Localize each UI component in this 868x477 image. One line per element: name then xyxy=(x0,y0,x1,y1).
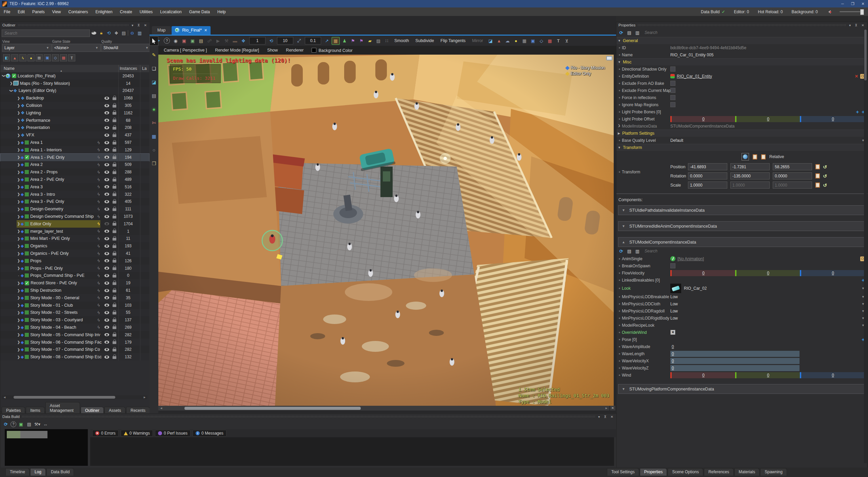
lightning-icon[interactable]: ϟ xyxy=(96,236,101,241)
lock-icon[interactable] xyxy=(113,193,116,196)
copy-row-icon[interactable] xyxy=(815,164,820,170)
gift-icon[interactable]: ▩ xyxy=(60,54,67,61)
lightning-icon[interactable]: ϟ xyxy=(96,147,101,152)
patch-icon[interactable]: ▬ xyxy=(231,37,239,44)
scrollbar-thumb[interactable] xyxy=(184,407,361,410)
vector-z-field[interactable]: 0 xyxy=(800,270,865,276)
tab-close-icon[interactable]: ✕ xyxy=(204,28,207,33)
expand-arrow-icon[interactable]: ❯ xyxy=(17,259,21,263)
lightning-icon[interactable]: ϟ xyxy=(96,281,101,286)
background-color-picker[interactable]: Background Color xyxy=(312,48,352,53)
visibility-eye-icon[interactable] xyxy=(104,282,109,285)
select-icon[interactable]: ▣ xyxy=(529,37,537,44)
hexagon-icon[interactable]: ◇ xyxy=(538,37,545,44)
expand-arrow-icon[interactable]: ❯ xyxy=(17,318,21,322)
lightning-icon[interactable]: ϟ xyxy=(96,266,101,271)
remove-icon[interactable]: ✕ xyxy=(855,74,860,79)
vector-x-field[interactable]: 0 xyxy=(670,270,735,276)
outliner-row[interactable]: ❯❖Presentation208 xyxy=(0,124,149,132)
lightning-icon[interactable]: ϟ xyxy=(96,177,101,182)
lock-icon[interactable] xyxy=(113,238,116,241)
eye-filter-icon[interactable] xyxy=(91,30,97,36)
visibility-eye-icon[interactable] xyxy=(104,237,109,240)
volume-slider-thumb[interactable] xyxy=(860,9,864,15)
menu-panels[interactable]: Panels xyxy=(28,7,48,16)
visibility-eye-icon[interactable] xyxy=(104,200,109,203)
menu-enlighten[interactable]: Enlighten xyxy=(92,7,116,16)
outliner-row[interactable]: ❯◆Props - PvE Onlyϟ180 xyxy=(0,265,149,272)
outliner-row[interactable]: ❯❖Backdrop1068 xyxy=(0,94,149,102)
outliner-row[interactable]: ❯◆Propsϟ126 xyxy=(0,257,149,265)
collapse-arrow-icon[interactable]: ❯ xyxy=(9,89,13,93)
expand-arrow-icon[interactable]: ❯ xyxy=(17,237,21,241)
outliner-row[interactable]: ❯◆Story Mode - 08 - Command Ship Escϟ132 xyxy=(0,353,149,361)
reset-row-icon[interactable]: ↺ xyxy=(823,164,827,170)
screenshot-icon[interactable] xyxy=(606,56,612,60)
menu-help[interactable]: Help xyxy=(214,7,230,16)
text-icon[interactable]: T xyxy=(68,54,75,61)
properties-scrollbar[interactable] xyxy=(864,29,867,463)
checked-checkbox[interactable]: ✓ xyxy=(12,74,16,78)
visibility-eye-icon[interactable] xyxy=(104,252,109,255)
outliner-row[interactable]: ❯◆merge_layer_testϟ1 xyxy=(0,228,149,235)
renderer-menu[interactable]: Renderer xyxy=(286,48,303,53)
checkbox-checked[interactable]: ✕ xyxy=(670,330,675,335)
report-icon[interactable]: ▣ xyxy=(180,37,188,44)
entity-link[interactable]: RIO_Car_01_Entity xyxy=(677,74,712,79)
expand-arrow-icon[interactable]: ❯ xyxy=(17,340,21,344)
lock-icon[interactable] xyxy=(113,290,116,292)
hexagon-icon[interactable]: ◇ xyxy=(52,54,59,61)
lock-icon[interactable] xyxy=(113,156,116,159)
refresh-icon[interactable]: ⟳ xyxy=(2,421,9,427)
lock-icon[interactable] xyxy=(113,179,116,182)
refresh-icon[interactable]: ⟳ xyxy=(618,248,625,254)
outliner-row[interactable]: ❯◆Design Geometry Command Shipϟ1073 xyxy=(0,213,149,220)
visibility-eye-icon[interactable] xyxy=(104,134,109,137)
visibility-eye-icon[interactable] xyxy=(104,341,109,344)
toolbar-button-subdivide[interactable]: Subdivide xyxy=(413,38,437,43)
rotate-tool-icon[interactable]: ⟲ xyxy=(268,37,275,44)
outliner-row[interactable]: ❯❖Collision305 xyxy=(0,102,149,109)
lock-icon[interactable] xyxy=(113,349,116,351)
lightning-icon[interactable]: ϟ xyxy=(96,318,101,323)
lock-icon[interactable] xyxy=(113,127,116,130)
panel-close-icon[interactable]: ✕ xyxy=(610,415,614,419)
outliner-row[interactable]: ❯◆✓Area 1 - PvE Onlyϟ194 xyxy=(0,154,149,161)
show-menu[interactable]: Show xyxy=(267,48,278,53)
lightning-icon[interactable]: ϟ xyxy=(96,295,101,300)
transform-position-y[interactable] xyxy=(730,163,770,170)
paste-transform-icon[interactable] xyxy=(752,154,757,160)
outliner-hscrollbar[interactable]: ◄► xyxy=(2,395,147,399)
lock-icon[interactable] xyxy=(113,356,116,359)
slider-field[interactable]: 0 xyxy=(670,365,800,371)
add-item-icon[interactable]: + xyxy=(856,109,859,115)
outliner-row[interactable]: ❯◆Story Mode - 00 - Generalϟ35 xyxy=(0,294,149,302)
controller-icon[interactable]: ◉ xyxy=(172,37,179,44)
outliner-tab-asset-management[interactable]: Asset Management xyxy=(45,402,80,414)
outliner-row[interactable]: ❯◆Area 1 - Interiorsϟ129 xyxy=(0,146,149,154)
component-search[interactable] xyxy=(642,248,866,254)
outliner-row[interactable]: ❯◆Area 3 - PvE Onlyϟ405 xyxy=(0,198,149,206)
cube-icon[interactable]: ◪ xyxy=(487,37,494,44)
clipboard-tool-icon[interactable]: ❒ xyxy=(150,159,158,168)
lock-icon[interactable] xyxy=(113,282,116,285)
bulb-icon[interactable]: ● xyxy=(27,54,35,61)
lock-icon[interactable] xyxy=(113,201,116,204)
section-transform[interactable]: ▼Transform xyxy=(616,144,867,151)
collapse-arrow-icon[interactable]: ❯ xyxy=(2,74,6,78)
storm-icon[interactable]: ϟ xyxy=(19,54,26,61)
lock-icon[interactable] xyxy=(113,260,116,263)
viewport-3d-scene[interactable]: Scene has invalid lighting data (120)! F… xyxy=(158,55,614,406)
outliner-row[interactable]: ❯✓Location (Rio_Final)20453 xyxy=(0,72,149,80)
scrollbar-thumb[interactable] xyxy=(864,30,867,80)
lightning-icon[interactable]: ϟ xyxy=(96,192,101,197)
lightning-icon[interactable]: ϟ xyxy=(96,273,101,278)
outliner-row[interactable]: ❯◆Story Mode - 02 - Streetsϟ55 xyxy=(0,309,149,317)
panel-tab-properties[interactable]: Properties xyxy=(640,468,667,476)
panel-collapse-icon[interactable]: ▾ xyxy=(131,23,134,27)
lock-icon[interactable] xyxy=(113,341,116,344)
select-tool-icon[interactable] xyxy=(150,36,158,46)
reset-row-icon[interactable]: ↺ xyxy=(823,173,827,179)
grid-tool-icon[interactable]: ▦ xyxy=(150,132,158,141)
sphere-tool-icon[interactable]: ● xyxy=(150,105,158,114)
